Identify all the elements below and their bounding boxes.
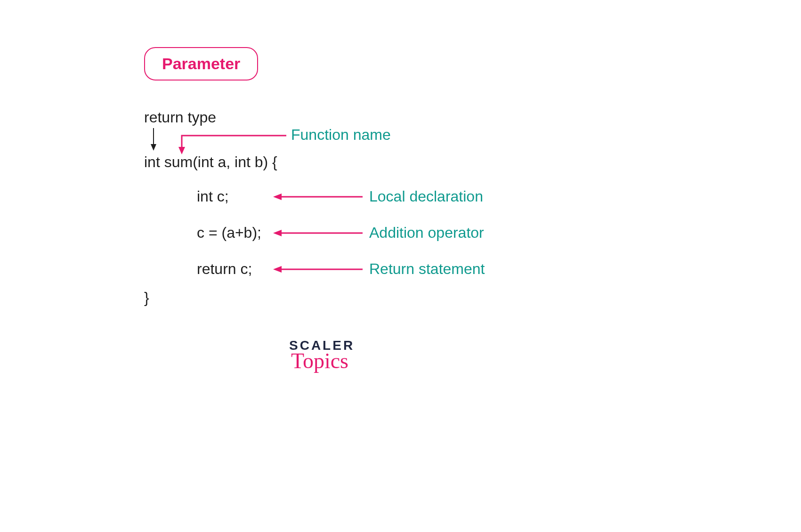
function-name-label: Function name xyxy=(291,126,391,144)
svg-marker-6 xyxy=(273,230,282,236)
scaler-topics-logo: SCALER Topics xyxy=(289,338,350,373)
arrow-return-type-icon xyxy=(151,128,160,152)
svg-marker-4 xyxy=(273,193,282,200)
addition-operator-label: Addition operator xyxy=(369,224,484,242)
logo-topics-text: Topics xyxy=(289,348,350,373)
svg-marker-1 xyxy=(151,144,156,151)
arrow-function-name-icon xyxy=(178,132,291,155)
arrow-return-statement-icon xyxy=(273,266,367,275)
return-type-label: return type xyxy=(144,109,216,126)
code-close-brace: } xyxy=(144,289,149,306)
parameter-badge: Parameter xyxy=(144,47,258,81)
return-statement-label: Return statement xyxy=(369,260,485,278)
arrow-addition-operator-icon xyxy=(273,229,367,239)
local-declaration-label: Local declaration xyxy=(369,188,483,205)
arrow-local-declaration-icon xyxy=(273,193,367,202)
code-line3: return c; xyxy=(197,260,252,278)
code-line1: int c; xyxy=(197,188,229,205)
parameter-badge-label: Parameter xyxy=(162,55,240,73)
code-line2: c = (a+b); xyxy=(197,224,261,242)
code-signature: int sum(int a, int b) { xyxy=(144,153,277,171)
svg-marker-8 xyxy=(273,266,282,273)
